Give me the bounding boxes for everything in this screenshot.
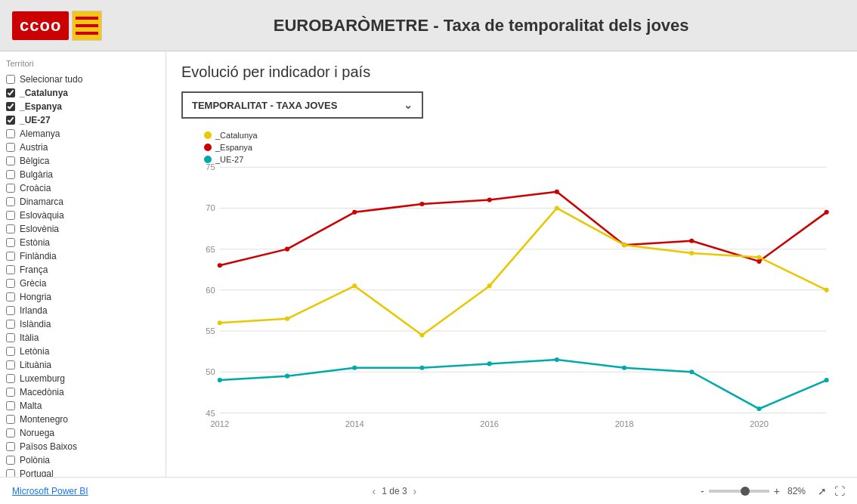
checkbox-eslovenia[interactable] (6, 224, 15, 233)
checkbox-noruega[interactable] (6, 428, 15, 438)
sidebar-item-noruega[interactable]: Noruega (6, 426, 159, 440)
checkbox-macedonia[interactable] (6, 388, 15, 397)
checkbox-grecia[interactable] (6, 279, 15, 288)
svg-point-40 (622, 243, 627, 247)
checkbox-lituania[interactable] (6, 360, 15, 369)
sidebar-item-montenegro[interactable]: Montenegro (6, 413, 159, 426)
checkbox-italia[interactable] (6, 333, 15, 342)
sidebar: Territori Selecionar tudo_Catalunya_Espa… (0, 51, 166, 477)
sidebar-item-belgica[interactable]: Bèlgica (6, 154, 159, 168)
zoom-minus-icon[interactable]: - (701, 485, 704, 497)
label-alemanya: Alemanya (20, 128, 60, 139)
checkbox-austria[interactable] (6, 143, 15, 152)
checkbox-catalunya[interactable] (6, 88, 15, 97)
svg-point-35 (285, 317, 289, 321)
sidebar-item-estonia[interactable]: Estònia (6, 236, 159, 249)
checkbox-belgica[interactable] (6, 156, 15, 165)
svg-text:50: 50 (206, 367, 215, 376)
powerbi-link[interactable]: Microsoft Power BI (12, 486, 88, 496)
checkbox-montenegro[interactable] (6, 415, 15, 424)
sidebar-item-croacia[interactable]: Croàcia (6, 181, 159, 195)
sidebar-item-alemanya[interactable]: Alemanya (6, 127, 159, 141)
checkbox-seleccionar-tudo[interactable] (6, 75, 15, 84)
chart-svg-container: 75706560555045 20122014201620182020 (181, 131, 842, 465)
svg-point-15 (285, 374, 289, 379)
sidebar-item-bulgaria[interactable]: Bulgària (6, 168, 159, 181)
svg-point-42 (756, 255, 761, 259)
sidebar-item-dinamarca[interactable]: Dinamarca (6, 195, 159, 209)
svg-text:2020: 2020 (750, 419, 769, 428)
sidebar-item-paisos-baixos[interactable]: Països Baixos (6, 440, 159, 453)
sidebar-item-hongria[interactable]: Hongria (6, 290, 159, 304)
checkbox-irlanda[interactable] (6, 306, 15, 315)
checkbox-luxemburg[interactable] (6, 374, 15, 383)
chevron-down-icon: ⌄ (404, 99, 413, 111)
checkbox-finlandia[interactable] (6, 252, 15, 261)
checkbox-alemanya[interactable] (6, 129, 15, 138)
sidebar-item-macedonia[interactable]: Macedònia (6, 385, 159, 399)
checkbox-islandia[interactable] (6, 320, 15, 329)
sidebar-item-finlandia[interactable]: Finlàndia (6, 249, 159, 263)
sidebar-item-ue27[interactable]: _UE-27 (6, 113, 159, 127)
checkbox-croacia[interactable] (6, 184, 15, 193)
legend-dot-espanya (204, 144, 212, 151)
checkbox-letonia[interactable] (6, 347, 15, 356)
checkbox-hongria[interactable] (6, 292, 15, 301)
indicator-dropdown[interactable]: TEMPORALITAT - TAXA JOVES ⌄ (181, 91, 423, 119)
sidebar-item-espanya[interactable]: _Espanya (6, 100, 159, 113)
expand-icon[interactable]: ⛶ (834, 485, 845, 497)
label-malta: Malta (20, 400, 42, 411)
zoom-plus-icon[interactable]: + (774, 485, 780, 497)
next-page-button[interactable]: › (413, 485, 417, 497)
svg-text:70: 70 (206, 203, 215, 212)
sidebar-item-catalunya[interactable]: _Catalunya (6, 86, 159, 100)
svg-point-21 (689, 369, 694, 374)
sidebar-item-seleccionar-tudo[interactable]: Selecionar tudo (6, 73, 159, 86)
label-noruega: Noruega (20, 428, 54, 438)
checkbox-espanya[interactable] (6, 102, 15, 111)
sidebar-item-irlanda[interactable]: Irlanda (6, 304, 159, 317)
checkbox-dinamarca[interactable] (6, 197, 15, 206)
sidebar-item-eslovenia[interactable]: Eslovènia (6, 222, 159, 236)
label-eslovenia: Eslovènia (20, 224, 59, 234)
label-austria: Austria (20, 142, 48, 153)
sidebar-item-portugal[interactable]: Portugal (6, 467, 159, 477)
svg-point-33 (825, 210, 829, 215)
zoom-slider-thumb (741, 487, 750, 496)
prev-page-button[interactable]: ‹ (373, 485, 376, 497)
legend-item-catalunya: _Catalunya (204, 131, 258, 140)
checkbox-malta[interactable] (6, 401, 15, 410)
svg-point-18 (487, 361, 492, 366)
checkbox-franca[interactable] (6, 265, 15, 274)
sidebar-item-luxemburg[interactable]: Luxemburg (6, 372, 159, 385)
sidebar-item-islandia[interactable]: Islàndia (6, 317, 159, 331)
page-indicator: 1 de 3 (382, 486, 407, 496)
svg-point-37 (419, 332, 424, 337)
sidebar-item-italia[interactable]: Itàlia (6, 331, 159, 345)
checkbox-eslovaquia[interactable] (6, 211, 15, 220)
svg-text:55: 55 (206, 326, 215, 335)
checkbox-bulgaria[interactable] (6, 170, 15, 179)
sidebar-item-polonia[interactable]: Polònia (6, 453, 159, 467)
checkbox-portugal[interactable] (6, 469, 15, 477)
sidebar-item-malta[interactable]: Malta (6, 399, 159, 413)
checkbox-ue27[interactable] (6, 116, 15, 125)
checkbox-estonia[interactable] (6, 238, 15, 247)
sidebar-item-franca[interactable]: França (6, 263, 159, 277)
sidebar-item-eslovaquia[interactable]: Eslovàquia (6, 209, 159, 222)
svg-point-27 (419, 202, 424, 206)
sidebar-item-lituania[interactable]: Lituània (6, 358, 159, 372)
chart-lines (218, 190, 829, 411)
sidebar-item-austria[interactable]: Austria (6, 141, 159, 154)
svg-point-24 (218, 263, 222, 267)
sidebar-item-grecia[interactable]: Grècia (6, 277, 159, 290)
checkbox-paisos-baixos[interactable] (6, 442, 15, 451)
zoom-slider[interactable] (709, 490, 769, 493)
checkbox-polonia[interactable] (6, 456, 15, 465)
bottom-bar: Microsoft Power BI ‹ 1 de 3 › - + 82% ➚ … (0, 477, 857, 504)
share-icon[interactable]: ➚ (818, 485, 827, 497)
label-polonia: Polònia (20, 455, 50, 465)
sidebar-label: Territori (6, 59, 159, 68)
zoom-level: 82% (787, 486, 806, 496)
sidebar-item-letonia[interactable]: Letònia (6, 345, 159, 358)
